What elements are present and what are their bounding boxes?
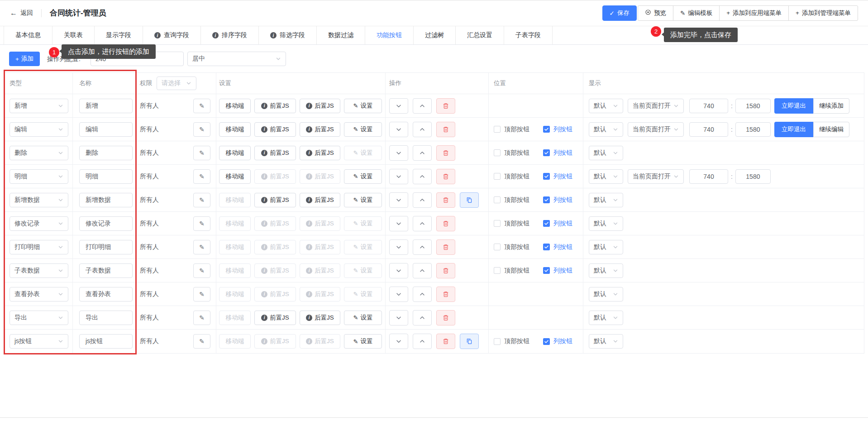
name-input[interactable]: 编辑 xyxy=(79,122,133,137)
mobile-button[interactable]: 移动端 xyxy=(219,287,251,301)
top-button-checkbox[interactable] xyxy=(494,244,501,250)
mobile-button[interactable]: 移动端 xyxy=(219,334,251,349)
top-button-checkbox[interactable] xyxy=(494,338,501,345)
edit-permission-button[interactable]: ✎ xyxy=(193,216,210,231)
open-mode-select[interactable]: 当前页面打开 xyxy=(628,122,684,137)
move-down-button[interactable] xyxy=(389,310,408,325)
move-down-button[interactable] xyxy=(389,263,408,278)
edit-permission-button[interactable]: ✎ xyxy=(193,240,210,254)
tab-11[interactable]: 子表字段 xyxy=(504,26,553,44)
name-input[interactable]: 子表数据 xyxy=(79,263,133,278)
top-button-checkbox[interactable] xyxy=(494,267,501,274)
move-up-button[interactable] xyxy=(413,192,432,208)
tab-4[interactable]: i查询字段 xyxy=(143,26,201,44)
tab-2[interactable]: 关联表 xyxy=(52,26,95,44)
delete-button[interactable] xyxy=(436,334,455,349)
setting-button[interactable]: ✎设置 xyxy=(344,334,382,349)
move-down-button[interactable] xyxy=(389,145,408,161)
move-down-button[interactable] xyxy=(389,334,408,349)
display-mode-select[interactable]: 默认 xyxy=(589,99,623,113)
name-input[interactable]: 新增 xyxy=(79,99,133,113)
edit-permission-button[interactable]: ✎ xyxy=(193,122,210,137)
post-js-button[interactable]: i后置JS xyxy=(300,311,340,325)
delete-button[interactable] xyxy=(436,98,455,114)
column-button-checkbox[interactable] xyxy=(543,126,550,133)
display-mode-select[interactable]: 默认 xyxy=(589,240,623,254)
move-down-button[interactable] xyxy=(389,216,408,231)
mobile-button[interactable]: 移动端 xyxy=(219,240,251,254)
delete-button[interactable] xyxy=(436,192,455,208)
edit-permission-button[interactable]: ✎ xyxy=(193,193,210,207)
mobile-button[interactable]: 移动端 xyxy=(219,169,251,184)
mobile-button[interactable]: 移动端 xyxy=(219,216,251,231)
top-button-checkbox[interactable] xyxy=(494,126,501,133)
setting-button[interactable]: ✎设置 xyxy=(344,193,382,207)
post-js-button[interactable]: i后置JS xyxy=(300,287,340,301)
move-up-button[interactable] xyxy=(413,263,432,278)
move-down-button[interactable] xyxy=(389,98,408,114)
popup-height-input[interactable]: 1580 xyxy=(735,122,771,137)
pre-js-button[interactable]: i前置JS xyxy=(254,334,296,349)
pre-js-button[interactable]: i前置JS xyxy=(254,169,296,184)
continue-button[interactable]: 继续添加 xyxy=(813,98,849,114)
display-mode-select[interactable]: 默认 xyxy=(589,263,623,278)
tab-1[interactable]: 基本信息 xyxy=(4,26,52,44)
name-input[interactable]: js按钮 xyxy=(79,334,133,349)
move-down-button[interactable] xyxy=(389,169,408,184)
continue-button[interactable]: 继续编辑 xyxy=(813,122,849,137)
mobile-button[interactable]: 移动端 xyxy=(219,263,251,278)
column-button-checkbox[interactable] xyxy=(543,196,550,203)
delete-button[interactable] xyxy=(436,145,455,161)
column-button-checkbox[interactable] xyxy=(543,244,550,250)
name-input[interactable]: 删除 xyxy=(79,146,133,160)
popup-height-input[interactable]: 1580 xyxy=(735,169,771,184)
column-button-checkbox[interactable] xyxy=(543,267,550,274)
column-button-checkbox[interactable] xyxy=(543,149,550,156)
name-input[interactable]: 查看孙表 xyxy=(79,287,133,301)
top-button-checkbox[interactable] xyxy=(494,196,501,203)
type-select[interactable]: 新增数据 xyxy=(10,193,68,207)
exit-now-button[interactable]: 立即退出 xyxy=(774,122,813,137)
type-select[interactable]: 修改记录 xyxy=(10,216,68,231)
column-button-checkbox[interactable] xyxy=(543,173,550,180)
tab-10[interactable]: 汇总设置 xyxy=(456,26,504,44)
move-down-button[interactable] xyxy=(389,239,408,255)
back-button[interactable]: ← 返回 xyxy=(10,9,33,17)
delete-button[interactable] xyxy=(436,122,455,137)
pre-js-button[interactable]: i前置JS xyxy=(254,146,296,160)
move-up-button[interactable] xyxy=(413,122,432,137)
name-input[interactable]: 打印明细 xyxy=(79,240,133,254)
display-mode-select[interactable]: 默认 xyxy=(589,216,623,231)
pre-js-button[interactable]: i前置JS xyxy=(254,287,296,301)
preview-button[interactable]: 预览 xyxy=(638,5,673,21)
display-mode-select[interactable]: 默认 xyxy=(589,334,623,349)
move-up-button[interactable] xyxy=(413,98,432,114)
delete-button[interactable] xyxy=(436,287,455,302)
post-js-button[interactable]: i后置JS xyxy=(300,122,340,137)
name-input[interactable]: 修改记录 xyxy=(79,216,133,231)
mobile-button[interactable]: 移动端 xyxy=(219,311,251,325)
add-button[interactable]: + 添加 xyxy=(9,52,40,66)
mobile-button[interactable]: 移动端 xyxy=(219,146,251,160)
name-input[interactable]: 导出 xyxy=(79,311,133,325)
move-down-button[interactable] xyxy=(389,287,408,302)
move-up-button[interactable] xyxy=(413,287,432,302)
setting-button[interactable]: ✎设置 xyxy=(344,311,382,325)
type-select[interactable]: 打印明细 xyxy=(10,240,68,254)
post-js-button[interactable]: i后置JS xyxy=(300,240,340,254)
setting-button[interactable]: ✎设置 xyxy=(344,122,382,137)
setting-button[interactable]: ✎设置 xyxy=(344,287,382,301)
display-mode-select[interactable]: 默认 xyxy=(589,311,623,325)
display-mode-select[interactable]: 默认 xyxy=(589,169,623,184)
exit-now-button[interactable]: 立即退出 xyxy=(774,98,813,114)
setting-button[interactable]: ✎设置 xyxy=(344,263,382,278)
pre-js-button[interactable]: i前置JS xyxy=(254,216,296,231)
pre-js-button[interactable]: i前置JS xyxy=(254,122,296,137)
type-select[interactable]: 删除 xyxy=(10,146,68,160)
edit-permission-button[interactable]: ✎ xyxy=(193,334,210,349)
open-mode-select[interactable]: 当前页面打开 xyxy=(628,169,684,184)
pre-js-button[interactable]: i前置JS xyxy=(254,193,296,207)
type-select[interactable]: 导出 xyxy=(10,311,68,325)
add-to-admin-menu-button[interactable]: + 添加到管理端菜单 xyxy=(788,5,858,21)
display-mode-select[interactable]: 默认 xyxy=(589,287,623,301)
